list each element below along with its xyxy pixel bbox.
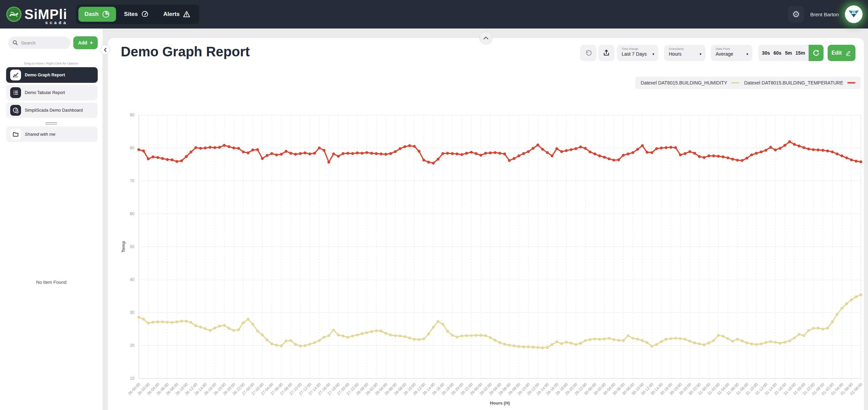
pencil-icon (845, 50, 852, 56)
folder-icon (10, 129, 21, 139)
report-card: Demo Graph Report Time Range Last 7 Days… (108, 38, 864, 410)
brand-name: SiMPli (24, 7, 67, 21)
gear-icon: ⚙ (792, 9, 800, 20)
undo-icon (584, 49, 592, 57)
refresh-interval-group: 30s 60s 5m 15m (758, 45, 809, 61)
pie-chart-icon (102, 10, 110, 18)
data-point-value: Average (716, 51, 733, 57)
panel-collapse-button[interactable] (479, 32, 492, 44)
search-icon (13, 40, 18, 45)
interval-15m-button[interactable]: 15m (795, 50, 805, 56)
top-navbar: SiMPli scada Dash Sites (0, 0, 868, 29)
sidebar-item-simpliscada-demo-dashboard[interactable]: SimpliScada Demo Dashboard (6, 102, 98, 118)
undo-button[interactable] (580, 45, 597, 61)
edit-button[interactable]: Edit (828, 45, 855, 61)
tab-dash[interactable]: Dash (78, 7, 116, 22)
svg-text:40: 40 (130, 277, 135, 282)
svg-text:90: 90 (130, 113, 135, 117)
svg-text:80: 80 (130, 146, 135, 150)
svg-text:70: 70 (130, 179, 135, 183)
line-chart[interactable]: 90807060504030201026-00:0026-02:0026-04:… (108, 102, 864, 410)
interval-60s-button[interactable]: 60s (774, 50, 781, 56)
refresh-button[interactable] (809, 45, 824, 61)
avatar-logo-icon (848, 8, 860, 20)
export-icon (602, 49, 610, 57)
simpliscada-logo-icon (6, 6, 22, 22)
sidebar-item-demo-graph-report[interactable]: Demo Graph Report (6, 67, 98, 83)
svg-text:Temp: Temp (121, 241, 126, 253)
tab-alerts[interactable]: Alerts (157, 7, 197, 22)
time-range-value: Last 7 Days (622, 51, 647, 57)
interval-30s-button[interactable]: 30s (762, 50, 770, 56)
legend-item-humidity[interactable]: Datexel DAT8015.BUILDING_HUMIDITY (641, 80, 739, 86)
legend-label: Datexel DAT8015.BUILDING_TEMPERATURE (744, 80, 843, 86)
empty-state-text: No Item Found (0, 280, 102, 285)
main-nav: Dash Sites Alerts (76, 4, 199, 24)
add-button-label: Add (78, 40, 87, 45)
sidebar-item-label: Demo Graph Report (25, 73, 65, 77)
export-button[interactable] (598, 45, 615, 61)
search-input[interactable]: Search (8, 37, 71, 49)
granularity-select[interactable]: Granularity Hours ▾ (664, 45, 705, 61)
user-name: Brent Barton (810, 12, 839, 17)
interval-5m-button[interactable]: 5m (785, 50, 792, 56)
tab-sites[interactable]: Sites (118, 7, 155, 22)
page-title: Demo Graph Report (121, 44, 250, 59)
granularity-label: Granularity (669, 47, 701, 51)
chevron-down-icon: ▾ (746, 52, 748, 56)
chevron-down-icon: ▾ (699, 52, 701, 56)
edit-button-label: Edit (831, 50, 842, 56)
navbar-right: ⚙ Brent Barton (788, 5, 868, 23)
svg-text:60: 60 (130, 211, 135, 216)
legend-item-temperature[interactable]: Datexel DAT8015.BUILDING_TEMPERATURE (744, 80, 855, 86)
avatar[interactable] (845, 5, 863, 23)
tab-sites-label: Sites (124, 11, 138, 18)
sidebar-collapse-button[interactable] (100, 45, 110, 55)
brand-text: SiMPli scada (24, 7, 67, 21)
sidebar-item-label: Shared with me (25, 132, 55, 137)
humidity-swatch (731, 82, 739, 83)
brand-logo[interactable]: SiMPli scada (6, 6, 67, 22)
sidebar-item-label: Demo Tabular Report (25, 90, 65, 95)
warning-triangle-icon (183, 10, 191, 18)
svg-text:50: 50 (130, 244, 135, 249)
time-range-select[interactable]: Time Range Last 7 Days ▾ (617, 45, 658, 61)
granularity-value: Hours (669, 51, 681, 57)
time-range-label: Time Range (622, 47, 654, 51)
search-placeholder: Search (21, 40, 36, 45)
sidebar-item-label: SimpliScada Demo Dashboard (25, 108, 83, 113)
sidebar-hint: Drag to move | Right Click for Options (0, 61, 102, 65)
svg-text:10: 10 (130, 376, 135, 381)
chart-legend: Datexel DAT8015.BUILDING_HUMIDITY Datexe… (635, 77, 861, 89)
plus-icon: + (90, 39, 93, 46)
tab-alerts-label: Alerts (163, 11, 180, 18)
chevron-up-icon (483, 36, 489, 40)
gauge-icon (141, 10, 149, 18)
svg-text:30: 30 (130, 310, 135, 315)
svg-text:Hours (H): Hours (H) (490, 400, 510, 406)
legend-label: Datexel DAT8015.BUILDING_HUMIDITY (641, 80, 727, 86)
data-point-label: Data Point (716, 47, 748, 51)
app-page: SiMPli scada Dash Sites (0, 0, 868, 410)
chart-canvas: 90807060504030201026-00:0026-02:0026-04:… (108, 102, 864, 410)
svg-text:20: 20 (130, 343, 135, 348)
data-point-select[interactable]: Data Point Average ▾ (711, 45, 752, 61)
settings-button[interactable]: ⚙ (788, 6, 804, 22)
table-list-icon (10, 87, 21, 98)
sidebar-item-demo-tabular-report[interactable]: Demo Tabular Report (6, 85, 98, 100)
brand-subtitle: scada (45, 20, 68, 25)
chevron-left-icon (103, 48, 107, 52)
chevron-down-icon: ▾ (652, 52, 654, 56)
tab-dash-label: Dash (84, 11, 99, 18)
sidebar-item-shared-with-me[interactable]: Shared with me (6, 126, 98, 142)
refresh-icon (812, 49, 820, 57)
add-button[interactable]: Add + (73, 36, 98, 49)
dashboard-gauge-icon (10, 105, 21, 116)
line-chart-icon (10, 70, 21, 80)
sidebar-drag-handle[interactable] (45, 122, 57, 125)
sidebar: Search Add + Drag to move | Right Click … (0, 29, 102, 410)
temperature-swatch (847, 82, 855, 83)
